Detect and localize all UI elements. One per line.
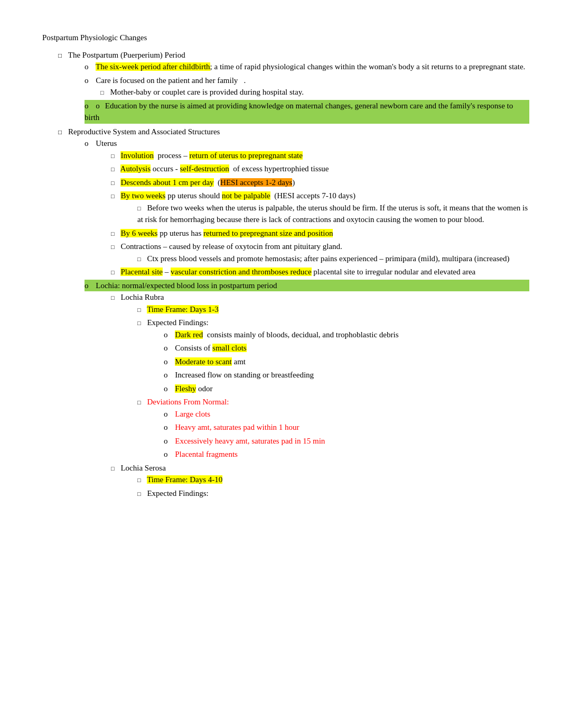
rubra-fleshy: Fleshy odor (164, 383, 529, 395)
text-placental-fragments: Placental fragments (175, 450, 238, 458)
item-lochia: Lochia: normal/expected blood loss in po… (85, 280, 529, 500)
text-hesi-7-10: (HESI accepts 7-10 days) (270, 191, 356, 200)
rubra-small-clots: Consists of small clots (164, 342, 529, 354)
rubra-deviations: Deviations From Normal: Large clots Heav… (137, 396, 529, 460)
item-before-two-weeks: Before two weeks when the uterus is palp… (137, 202, 529, 226)
item-uterus: Uterus Involution process – return of ut… (85, 137, 529, 278)
deviation-placental-fragments: Placental fragments (164, 448, 529, 460)
text-six-weeks-pp: pp uterus has (157, 229, 203, 237)
text-heavy-1hr: Heavy amt, saturates pad within 1 hour (175, 423, 299, 431)
highlight-fleshy: Fleshy (175, 384, 196, 393)
text-moderate: amt (232, 357, 246, 366)
lochia-rubra-label: Lochia Rubra (120, 293, 164, 301)
page-container: Postpartum Physiologic Changes The Postp… (42, 32, 529, 499)
highlight-two-weeks: By two weeks (120, 191, 165, 200)
highlight-return-uterus: return of uterus to prepregnant state (189, 151, 303, 160)
serosa-timeframe: Time Frame: Days 4-10 (137, 474, 529, 486)
highlight-days-1-3: Time Frame: Days 1-3 (147, 305, 219, 314)
text-placental-site: – (163, 268, 171, 276)
text-increased-flow: Increased flow on standing or breastfeed… (175, 371, 314, 379)
highlight-days-4-10: Time Frame: Days 4-10 (147, 475, 222, 484)
section-reproductive-label: Reproductive System and Associated Struc… (68, 127, 220, 136)
text-contractions: Contractions – caused by release of oxyt… (120, 242, 342, 251)
rubra-expected-label: Expected Findings: (147, 318, 208, 327)
deviations-label: Deviations From Normal: (147, 398, 229, 406)
text-involution: process – (154, 151, 190, 160)
deviation-large-clots: Large clots (164, 408, 529, 420)
text-two-weeks: pp uterus should (165, 191, 222, 200)
item-education: oEducation by the nurse is aimed at prov… (85, 100, 529, 124)
item-two-weeks: By two weeks pp uterus should not be pal… (111, 190, 529, 226)
lochia-serosa-label: Lochia Serosa (120, 464, 165, 472)
rubra-expected: Expected Findings: Dark red consists mai… (137, 317, 529, 394)
item-mother-baby: Mother-baby or couplet care is provided … (100, 86, 529, 98)
section-reproductive: Reproductive System and Associated Struc… (58, 126, 529, 500)
highlight-moderate: Moderate to scant (175, 357, 231, 366)
lochia-serosa: Lochia Serosa Time Frame: Days 4-10 Expe… (111, 462, 529, 500)
rubra-dark-red: Dark red consists mainly of bloods, deci… (164, 329, 529, 341)
highlight-six-week: The six-week period after childbirth (96, 62, 210, 71)
highlight-education: Education by the nurse is aimed at provi… (85, 102, 513, 122)
rubra-timeframe: Time Frame: Days 1-3 (137, 303, 529, 316)
lochia-label: Lochia: normal/expected blood loss in po… (96, 281, 277, 290)
section-postpartum-label: The Postpartum (Puerperium) Period (68, 51, 185, 59)
text-autolysis: occurs - (151, 164, 180, 173)
item-six-weeks-pp: By 6 weeks pp uterus has returned to pre… (111, 227, 529, 239)
text-before-two-weeks: Before two weeks when the uterus is palp… (137, 204, 528, 224)
text-after-autolysis: of excess hypertrophied tissue (229, 164, 329, 173)
highlight-descends: Descends about 1 cm per day (120, 178, 213, 187)
highlight-autolysis: Autolysis (120, 164, 151, 173)
item-ctx-press: Ctx press blood vessels and promote hemo… (137, 253, 529, 265)
item-descends: Descends about 1 cm per day (HESI accept… (111, 177, 529, 189)
highlight-self-destruction: self-destruction (180, 164, 229, 173)
highlight-six-weeks-pp: By 6 weeks (120, 229, 157, 237)
deviation-heavy-1hr: Heavy amt, saturates pad within 1 hour (164, 421, 529, 434)
item-involution: Involution process – return of uterus to… (111, 150, 529, 162)
page-title: Postpartum Physiologic Changes (42, 32, 529, 44)
text-placental-site-end: placental site to irregular nodular and … (312, 268, 476, 276)
text-descends: ( (214, 178, 221, 187)
text-dark-red: consists mainly of bloods, decidual, and… (203, 330, 398, 339)
item-placental-site: Placental site – vascular constriction a… (111, 266, 529, 278)
highlight-dark-red: Dark red (175, 330, 203, 339)
serosa-expected-label: Expected Findings: (147, 489, 208, 497)
text-ctx-press: Ctx press blood vessels and promote hemo… (147, 254, 509, 263)
highlight-vascular: vascular constriction and thromboses red… (171, 268, 312, 276)
lochia-rubra: Lochia Rubra Time Frame: Days 1-3 Expect… (111, 291, 529, 460)
text-fleshy: odor (196, 384, 212, 393)
deviation-heavy-15min: Excessively heavy amt, saturates pad in … (164, 435, 529, 447)
highlight-returned-size: returned to prepregnant size and positio… (203, 229, 333, 237)
uterus-label: Uterus (96, 139, 117, 148)
text-heavy-15min: Excessively heavy amt, saturates pad in … (175, 437, 325, 445)
item-contractions: Contractions – caused by release of oxyt… (111, 241, 529, 264)
highlight-hesi-1-2: HESI accepts 1-2 days (220, 178, 292, 187)
item-care-focused: Care is focused on the patient and her f… (85, 75, 529, 98)
text-six-week: ; a time of rapid physiological changes … (210, 62, 526, 71)
item-autolysis: Autolysis occurs - self-destruction of e… (111, 163, 529, 175)
highlight-not-palpable: not be palpable (222, 191, 270, 200)
rubra-moderate: Moderate to scant amt (164, 356, 529, 368)
text-care-focused: Care is focused on the patient and her f… (96, 76, 246, 85)
serosa-expected: Expected Findings: (137, 487, 529, 500)
section-postpartum-period: The Postpartum (Puerperium) Period The s… (58, 49, 529, 124)
rubra-increased-flow: Increased flow on standing or breastfeed… (164, 369, 529, 381)
highlight-involution: Involution (120, 151, 154, 160)
text-descends-end: ) (292, 178, 295, 187)
highlight-small-clots: small clots (212, 344, 247, 352)
text-consists-of: Consists of (175, 344, 212, 352)
highlight-placental-site: Placental site (120, 268, 163, 276)
text-mother-baby: Mother-baby or couplet care is provided … (110, 88, 304, 96)
text-large-clots: Large clots (175, 410, 210, 418)
item-six-week: The six-week period after childbirth; a … (85, 61, 529, 73)
